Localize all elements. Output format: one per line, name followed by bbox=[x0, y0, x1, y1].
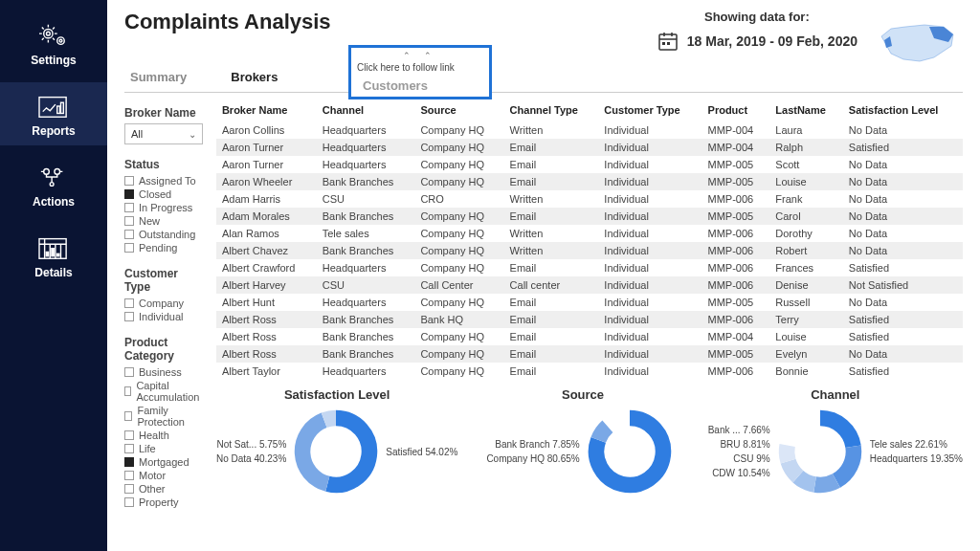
table-row[interactable]: Albert RossBank BranchesBank HQEmailIndi… bbox=[216, 311, 963, 328]
svg-rect-13 bbox=[56, 253, 60, 257]
table-cell: Carol bbox=[769, 208, 843, 225]
table-cell: Individual bbox=[598, 363, 702, 380]
nav-details[interactable]: Details bbox=[0, 224, 107, 287]
table-row[interactable]: Aaron CollinsHeadquartersCompany HQWritt… bbox=[216, 121, 963, 139]
nav-reports[interactable]: Reports bbox=[0, 82, 107, 145]
checkbox[interactable]: Closed bbox=[124, 188, 203, 200]
table-header[interactable]: LastName bbox=[769, 100, 843, 121]
table-header[interactable]: Product bbox=[702, 100, 770, 121]
checkbox[interactable]: Pending bbox=[124, 242, 203, 253]
table-cell: CSU bbox=[317, 190, 415, 208]
checkbox[interactable]: New bbox=[124, 215, 203, 227]
table-cell: Russell bbox=[769, 294, 843, 311]
table-cell: Individual bbox=[598, 121, 702, 139]
table-cell: Written bbox=[504, 190, 599, 208]
table-row[interactable]: Alan RamosTele salesCompany HQWrittenInd… bbox=[216, 225, 963, 242]
table-header-row: Broker NameChannelSourceChannel TypeCust… bbox=[216, 100, 963, 121]
table-cell: Bank Branches bbox=[317, 242, 415, 259]
checkbox-box bbox=[124, 230, 134, 239]
chart-title: Source bbox=[562, 387, 604, 402]
charts-row: Satisfaction LevelNot Sat... 5.75%No Dat… bbox=[216, 387, 963, 496]
checkbox-box bbox=[124, 411, 132, 421]
checkbox[interactable]: Outstanding bbox=[124, 229, 203, 240]
table-row[interactable]: Adam HarrisCSUCROWrittenIndividualMMP-00… bbox=[216, 190, 963, 208]
table-cell: Albert Ross bbox=[216, 328, 317, 345]
table-cell: Dorothy bbox=[769, 225, 843, 242]
chart: ChannelBank ... 7.66%BRU 8.81%CSU 9%CDW … bbox=[708, 387, 963, 496]
table-cell: Individual bbox=[598, 276, 702, 294]
svg-point-1 bbox=[47, 32, 51, 35]
checkbox[interactable]: Capital Accumulation bbox=[124, 380, 203, 403]
table-header[interactable]: Source bbox=[414, 100, 503, 121]
table-cell: No Data bbox=[843, 208, 963, 225]
checkbox[interactable]: Life bbox=[124, 443, 203, 454]
checkbox[interactable]: Business bbox=[124, 366, 203, 378]
checkbox[interactable]: Other bbox=[124, 483, 203, 495]
broker-name-select[interactable]: All ⌄ bbox=[124, 123, 203, 144]
table-cell: No Data bbox=[843, 225, 963, 242]
checkbox-label: Assigned To bbox=[139, 175, 196, 187]
table-row[interactable]: Albert ChavezBank BranchesCompany HQWrit… bbox=[216, 242, 963, 259]
table-cell: Bank Branches bbox=[317, 328, 415, 345]
checkbox[interactable]: Mortgaged bbox=[124, 456, 203, 468]
table-cell: Company HQ bbox=[414, 345, 503, 363]
checkbox[interactable]: Health bbox=[124, 430, 203, 441]
table-cell: MMP-004 bbox=[702, 139, 770, 156]
table-row[interactable]: Albert RossBank BranchesCompany HQEmailI… bbox=[216, 328, 963, 345]
table-cell: Company HQ bbox=[414, 173, 503, 190]
svg-point-3 bbox=[59, 39, 62, 42]
checkbox[interactable]: Motor bbox=[124, 470, 203, 481]
svg-point-7 bbox=[44, 169, 50, 175]
checkbox[interactable]: In Progress bbox=[124, 202, 203, 213]
data-table: Broker NameChannelSourceChannel TypeCust… bbox=[216, 100, 963, 380]
table-row[interactable]: Albert RossBank BranchesCompany HQEmailI… bbox=[216, 345, 963, 363]
tab-customers[interactable]: Customers bbox=[363, 78, 428, 93]
checkbox[interactable]: Assigned To bbox=[124, 175, 203, 187]
checkbox[interactable]: Property bbox=[124, 496, 203, 508]
table-cell: Albert Hunt bbox=[216, 294, 317, 311]
table-cell: Satisfied bbox=[843, 328, 963, 345]
calendar-icon bbox=[657, 30, 679, 53]
table-row[interactable]: Albert TaylorHeadquartersCompany HQEmail… bbox=[216, 363, 963, 380]
table-header[interactable]: Satisfaction Level bbox=[843, 100, 963, 121]
table-header[interactable]: Customer Type bbox=[598, 100, 702, 121]
checkbox-label: Outstanding bbox=[139, 229, 195, 240]
table-header[interactable]: Channel Type bbox=[504, 100, 599, 121]
tab-summary[interactable]: Summary bbox=[130, 66, 187, 92]
checkbox[interactable]: Family Protection bbox=[124, 405, 203, 428]
checkbox-label: Life bbox=[139, 443, 156, 454]
table-cell: MMP-006 bbox=[702, 225, 770, 242]
table-row[interactable]: Adam MoralesBank BranchesCompany HQEmail… bbox=[216, 208, 963, 225]
checkbox-box bbox=[124, 497, 134, 507]
table-row[interactable]: Albert CrawfordHeadquartersCompany HQEma… bbox=[216, 259, 963, 276]
table-row[interactable]: Aaron TurnerHeadquartersCompany HQEmailI… bbox=[216, 139, 963, 156]
table-cell: Aaron Wheeler bbox=[216, 173, 317, 190]
checkbox-box bbox=[124, 176, 134, 186]
checkbox[interactable]: Company bbox=[124, 298, 203, 309]
nav-actions[interactable]: Actions bbox=[0, 153, 107, 216]
table-cell: Company HQ bbox=[414, 242, 503, 259]
table-cell: No Data bbox=[843, 156, 963, 173]
table-cell: Individual bbox=[598, 294, 702, 311]
svg-point-8 bbox=[55, 169, 60, 175]
table-cell: Aaron Collins bbox=[216, 121, 317, 139]
table-cell: Individual bbox=[598, 311, 702, 328]
table-header[interactable]: Broker Name bbox=[216, 100, 317, 121]
tab-brokers[interactable]: Brokers bbox=[231, 66, 278, 92]
table-cell: Frank bbox=[769, 190, 843, 208]
table-row[interactable]: Aaron TurnerHeadquartersCompany HQEmailI… bbox=[216, 156, 963, 173]
nav-settings[interactable]: Settings bbox=[0, 11, 107, 75]
table-cell: MMP-006 bbox=[702, 259, 770, 276]
table-row[interactable]: Albert HuntHeadquartersCompany HQEmailIn… bbox=[216, 294, 963, 311]
table-cell: Alan Ramos bbox=[216, 225, 317, 242]
map-thumbnail[interactable] bbox=[877, 17, 963, 69]
table-row[interactable]: Albert HarveyCSUCall CenterCall centerIn… bbox=[216, 276, 963, 294]
chart-label: CDW 10.54% bbox=[708, 468, 770, 478]
table-header[interactable]: Channel bbox=[317, 100, 415, 121]
table-cell: Individual bbox=[598, 345, 702, 363]
checkbox[interactable]: Individual bbox=[124, 311, 203, 322]
svg-rect-11 bbox=[46, 252, 50, 257]
table-row[interactable]: Aaron WheelerBank BranchesCompany HQEmai… bbox=[216, 173, 963, 190]
gear-icon bbox=[35, 21, 72, 50]
chart-label: Satisfied 54.02% bbox=[386, 447, 457, 457]
